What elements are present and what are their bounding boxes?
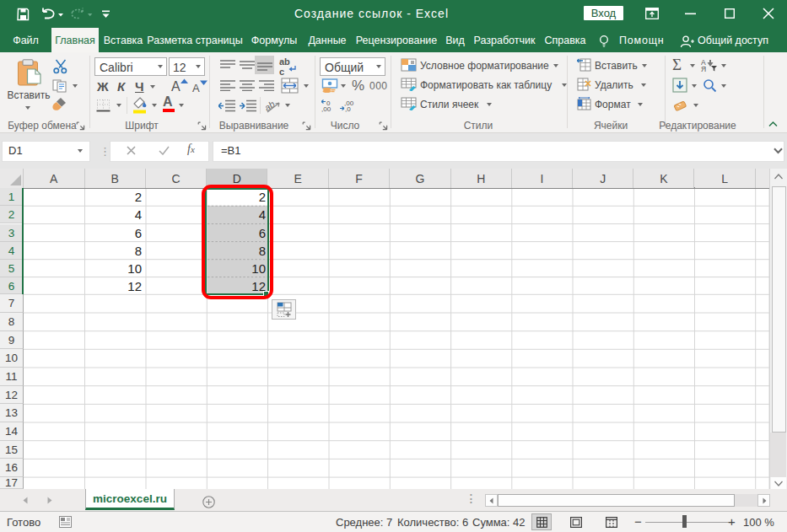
svg-text:,00: ,00 [321,105,332,113]
svg-text:,0: ,0 [345,105,351,113]
svg-text:Я: Я [701,65,706,72]
